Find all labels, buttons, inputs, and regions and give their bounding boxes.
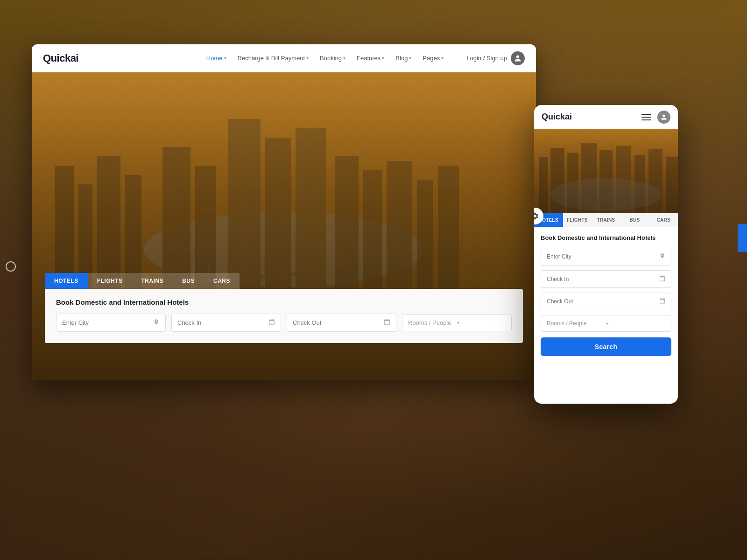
login-button[interactable]: Login / Sign up	[466, 51, 525, 65]
rooms-people-select[interactable]: Rooms / People ▾	[402, 314, 512, 331]
calendar-icon	[659, 275, 665, 283]
calendar-icon	[268, 319, 275, 327]
mobile-booking-form: Book Domestic and International Hotels	[534, 227, 678, 364]
nav-link-booking[interactable]: Booking ▾	[320, 55, 345, 62]
blue-tab-hint	[738, 224, 747, 252]
mobile-checkout-input[interactable]	[547, 298, 659, 305]
rooms-people-label: Rooms / People	[408, 319, 457, 326]
checkin-field[interactable]	[171, 314, 281, 332]
calendar-icon	[384, 319, 390, 327]
mobile-rooms-people-select[interactable]: Rooms / People ▾	[541, 315, 671, 332]
desktop-booking-widget: HOTELS FLIGHTS TRAINS BUS CARS Book Dome…	[32, 273, 536, 343]
checkout-field[interactable]	[287, 314, 396, 332]
nav-link-home[interactable]: Home ▾	[206, 55, 226, 62]
mobile-navbar: Quickai	[534, 105, 678, 129]
mobile-city-input[interactable]	[547, 253, 659, 260]
chevron-down-icon: ▾	[457, 320, 506, 325]
location-icon	[659, 253, 665, 260]
tab-trains[interactable]: TRAINS	[132, 273, 173, 289]
mobile-city-field[interactable]	[541, 248, 671, 266]
desktop-browser-window: Quickai Home ▾ Recharge & Bill Payment ▾…	[32, 44, 536, 380]
desktop-nav-links: Home ▾ Recharge & Bill Payment ▾ Booking…	[206, 51, 525, 65]
booking-form-title: Book Domestic and International Hotels	[56, 298, 512, 306]
mobile-user-avatar[interactable]	[657, 111, 670, 124]
tab-flights[interactable]: FLIGHTS	[88, 273, 132, 289]
chevron-down-icon: ▾	[409, 56, 411, 61]
svg-rect-21	[539, 157, 548, 213]
mobile-city-svg	[534, 129, 678, 213]
svg-rect-29	[666, 157, 678, 213]
mobile-tab-bus[interactable]: BUS	[620, 213, 649, 227]
nav-link-blog[interactable]: Blog ▾	[395, 55, 411, 62]
hamburger-menu-button[interactable]	[641, 114, 651, 120]
desktop-booking-form: Book Domestic and International Hotels	[45, 289, 523, 343]
chevron-down-icon: ▾	[306, 56, 309, 61]
nav-divider	[455, 54, 455, 63]
city-input[interactable]	[62, 319, 153, 326]
checkin-input[interactable]	[177, 319, 268, 326]
tab-bus[interactable]: BUS	[173, 273, 204, 289]
mobile-browser-window: Quickai	[534, 105, 678, 404]
mobile-checkin-field[interactable]	[541, 270, 671, 288]
desktop-logo: Quickai	[43, 52, 78, 64]
booking-form-fields: Rooms / People ▾	[56, 314, 512, 332]
mobile-booking-title: Book Domestic and International Hotels	[541, 234, 671, 241]
mobile-tab-trains[interactable]: TRAINS	[592, 213, 620, 227]
nav-link-features[interactable]: Features ▾	[357, 55, 384, 62]
desktop-booking-tabs: HOTELS FLIGHTS TRAINS BUS CARS	[45, 273, 523, 289]
chevron-down-icon: ▾	[224, 56, 226, 61]
mobile-checkin-input[interactable]	[547, 276, 659, 282]
mobile-tab-flights[interactable]: FLIGHTS	[563, 213, 592, 227]
mobile-search-button[interactable]: Search	[541, 337, 671, 356]
checkout-input[interactable]	[293, 319, 384, 326]
mobile-checkout-field[interactable]	[541, 293, 671, 310]
chevron-down-icon: ▾	[441, 56, 444, 61]
chevron-down-icon: ▾	[382, 56, 384, 61]
mobile-booking-widget: HOTELS FLIGHTS TRAINS BUS CARS Book Dome…	[534, 213, 678, 364]
mobile-nav-icons	[641, 111, 670, 124]
location-icon	[153, 319, 160, 327]
hamburger-line-3	[641, 119, 651, 120]
desktop-navbar: Quickai Home ▾ Recharge & Bill Payment ▾…	[32, 44, 536, 72]
mobile-rooms-label: Rooms / People	[547, 320, 606, 327]
mobile-booking-tabs: HOTELS FLIGHTS TRAINS BUS CARS	[534, 213, 678, 227]
desktop-hero: HOTELS FLIGHTS TRAINS BUS CARS Book Dome…	[32, 72, 536, 380]
hamburger-line-2	[641, 117, 651, 118]
hamburger-line-1	[641, 114, 651, 115]
mobile-hero	[534, 129, 678, 213]
user-avatar	[511, 51, 525, 65]
nav-link-recharge[interactable]: Recharge & Bill Payment ▾	[238, 55, 309, 62]
tab-hotels[interactable]: HOTELS	[45, 273, 88, 289]
calendar-icon	[659, 298, 665, 305]
chevron-down-icon: ▾	[606, 321, 665, 326]
tab-cars[interactable]: CARS	[204, 273, 240, 289]
pin-circle-decoration	[6, 261, 16, 272]
svg-point-30	[550, 178, 662, 211]
chevron-down-icon: ▾	[343, 56, 345, 61]
city-field[interactable]	[56, 314, 166, 332]
mobile-logo: Quickai	[542, 112, 641, 122]
mobile-tab-cars[interactable]: CARS	[649, 213, 678, 227]
nav-link-pages[interactable]: Pages ▾	[423, 55, 444, 62]
